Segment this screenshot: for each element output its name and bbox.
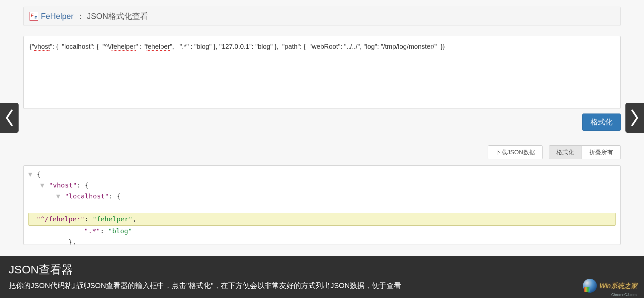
- overlay-description: 把你的JSON代码粘贴到JSON查看器的输入框中，点击"格式化"，在下方便会以非…: [9, 281, 635, 291]
- watermark: Win系统之家: [583, 279, 637, 293]
- windows-orb-icon: [583, 279, 597, 293]
- highlighted-json-line[interactable]: "^/fehelper": "fehelper",: [28, 213, 616, 226]
- watermark-sub: ChromeCJ.com: [611, 293, 637, 297]
- format-button[interactable]: 格式化: [582, 113, 621, 131]
- watermark-text: Win系统之家: [600, 281, 637, 290]
- toggle-icon[interactable]: ▼: [28, 169, 33, 180]
- collapse-all-button[interactable]: 折叠所有: [582, 145, 621, 159]
- toggle-icon[interactable]: ▼: [40, 180, 45, 191]
- page-header: FeHelper ： JSON格式化查看: [23, 7, 621, 26]
- json-output-viewer[interactable]: ▼ { ▼ "vhost": { ▼ "localhost": { "^/feh…: [23, 165, 621, 245]
- chevron-right-icon: [630, 110, 640, 126]
- format-tab-button[interactable]: 格式化: [549, 145, 582, 159]
- result-toolbar: 下载JSON数据 格式化 折叠所有: [23, 145, 621, 159]
- header-sep: ：: [76, 11, 84, 22]
- page-title: JSON格式化查看: [87, 11, 148, 22]
- download-json-button[interactable]: 下载JSON数据: [488, 145, 543, 159]
- caption-overlay: JSON查看器 把你的JSON代码粘贴到JSON查看器的输入框中，点击"格式化"…: [0, 256, 644, 298]
- header-brand: FeHelper: [41, 12, 74, 21]
- prev-slide-button[interactable]: [0, 103, 19, 133]
- fehelper-logo-icon: [30, 12, 38, 21]
- toggle-icon[interactable]: ▼: [56, 191, 61, 202]
- chevron-left-icon: [4, 110, 14, 126]
- json-input[interactable]: {"vhost": { "localhost": { "^\/fehelper"…: [23, 36, 621, 109]
- next-slide-button[interactable]: [625, 103, 644, 133]
- overlay-title: JSON查看器: [9, 262, 635, 277]
